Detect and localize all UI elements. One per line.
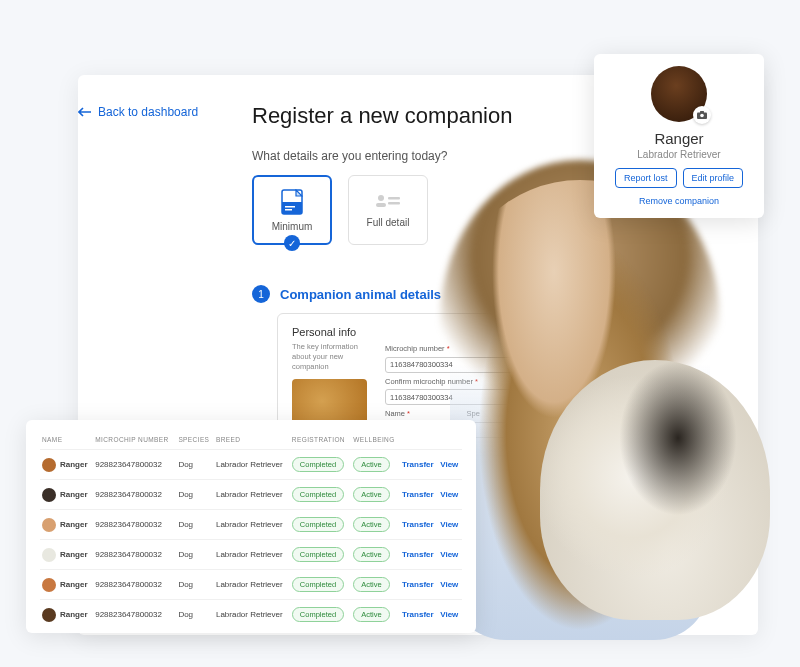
companion-table: NAME MICROCHIP NUMBER SPECIES BREED REGI… bbox=[40, 430, 462, 629]
microchip-input[interactable] bbox=[385, 357, 542, 373]
transfer-link[interactable]: Transfer bbox=[402, 460, 434, 469]
cell-wellbeing: Active bbox=[351, 510, 400, 540]
cell-chip: 928823647800032 bbox=[93, 600, 176, 630]
registration-badge: Completed bbox=[292, 487, 344, 502]
cell-registration: Completed bbox=[290, 570, 351, 600]
table-row: Ranger928823647800032DogLabrador Retriev… bbox=[40, 600, 462, 630]
svg-rect-6 bbox=[388, 197, 400, 200]
row-avatar bbox=[42, 608, 56, 622]
row-avatar bbox=[42, 488, 56, 502]
option-minimum[interactable]: Minimum ✓ bbox=[252, 175, 332, 245]
cell-breed: Labrador Retriever bbox=[214, 480, 290, 510]
option-full-label: Full detail bbox=[367, 217, 410, 228]
cell-species: Dog bbox=[176, 510, 214, 540]
edit-profile-button[interactable]: Edit profile bbox=[683, 168, 744, 188]
remove-companion-link[interactable]: Remove companion bbox=[606, 196, 752, 206]
cell-registration: Completed bbox=[290, 510, 351, 540]
personal-info-heading: Personal info bbox=[292, 326, 542, 338]
row-avatar bbox=[42, 548, 56, 562]
col-name: NAME bbox=[40, 430, 93, 450]
wellbeing-badge: Active bbox=[353, 487, 389, 502]
cell-wellbeing: Active bbox=[351, 600, 400, 630]
step-number: 1 bbox=[252, 285, 270, 303]
second-input[interactable] bbox=[467, 422, 543, 438]
registration-badge: Completed bbox=[292, 577, 344, 592]
cell-name: Ranger bbox=[40, 510, 93, 540]
confirm-microchip-label: Confirm microchip number * bbox=[385, 377, 542, 386]
step-row: 1 Companion animal details bbox=[252, 285, 724, 303]
back-link-label: Back to dashboard bbox=[98, 105, 198, 119]
cell-breed: Labrador Retriever bbox=[214, 450, 290, 480]
cell-species: Dog bbox=[176, 480, 214, 510]
confirm-microchip-input[interactable] bbox=[385, 389, 542, 405]
col-species: SPECIES bbox=[176, 430, 214, 450]
cell-registration: Completed bbox=[290, 450, 351, 480]
cell-wellbeing: Active bbox=[351, 480, 400, 510]
check-icon: ✓ bbox=[284, 235, 300, 251]
wellbeing-badge: Active bbox=[353, 457, 389, 472]
col-wellbeing: WELLBEING bbox=[351, 430, 400, 450]
cell-wellbeing: Active bbox=[351, 540, 400, 570]
back-to-dashboard-link[interactable]: Back to dashboard bbox=[78, 105, 198, 119]
view-link[interactable]: View bbox=[440, 490, 458, 499]
cell-registration: Completed bbox=[290, 480, 351, 510]
view-link[interactable]: View bbox=[440, 610, 458, 619]
option-full-detail[interactable]: Full detail bbox=[348, 175, 428, 245]
col-microchip: MICROCHIP NUMBER bbox=[93, 430, 176, 450]
cell-chip: 928823647800032 bbox=[93, 540, 176, 570]
avatar[interactable] bbox=[651, 66, 707, 122]
table-row: Ranger928823647800032DogLabrador Retriev… bbox=[40, 540, 462, 570]
wellbeing-badge: Active bbox=[353, 547, 389, 562]
cell-name: Ranger bbox=[40, 450, 93, 480]
view-link[interactable]: View bbox=[440, 580, 458, 589]
table-row: Ranger928823647800032DogLabrador Retriev… bbox=[40, 510, 462, 540]
transfer-link[interactable]: Transfer bbox=[402, 520, 434, 529]
view-link[interactable]: View bbox=[440, 550, 458, 559]
cell-name: Ranger bbox=[40, 540, 93, 570]
arrow-left-icon bbox=[78, 107, 92, 117]
registration-badge: Completed bbox=[292, 517, 344, 532]
col-registration: REGISTRATION bbox=[290, 430, 351, 450]
microchip-label: Microchip number * bbox=[385, 344, 542, 353]
option-minimum-label: Minimum bbox=[272, 221, 313, 232]
transfer-link[interactable]: Transfer bbox=[402, 550, 434, 559]
personal-info-sub: The key information about your new compa… bbox=[292, 342, 377, 371]
wellbeing-badge: Active bbox=[353, 607, 389, 622]
transfer-link[interactable]: Transfer bbox=[402, 490, 434, 499]
svg-rect-7 bbox=[388, 202, 400, 205]
registration-badge: Completed bbox=[292, 607, 344, 622]
svg-point-4 bbox=[378, 195, 384, 201]
cell-wellbeing: Active bbox=[351, 450, 400, 480]
pet-breed: Labrador Retriever bbox=[606, 149, 752, 160]
registration-badge: Completed bbox=[292, 547, 344, 562]
cell-breed: Labrador Retriever bbox=[214, 570, 290, 600]
cell-breed: Labrador Retriever bbox=[214, 510, 290, 540]
document-icon bbox=[281, 189, 303, 215]
row-avatar bbox=[42, 578, 56, 592]
cell-species: Dog bbox=[176, 570, 214, 600]
cell-chip: 928823647800032 bbox=[93, 450, 176, 480]
svg-rect-2 bbox=[285, 206, 295, 208]
cell-name: Ranger bbox=[40, 480, 93, 510]
cell-species: Dog bbox=[176, 600, 214, 630]
step-title: Companion animal details bbox=[280, 287, 441, 302]
view-link[interactable]: View bbox=[440, 460, 458, 469]
cell-wellbeing: Active bbox=[351, 570, 400, 600]
table-row: Ranger928823647800032DogLabrador Retriev… bbox=[40, 450, 462, 480]
view-link[interactable]: View bbox=[440, 520, 458, 529]
second-label: Spe bbox=[467, 409, 543, 418]
cell-name: Ranger bbox=[40, 570, 93, 600]
profile-card: Ranger Labrador Retriever Report lost Ed… bbox=[594, 54, 764, 218]
svg-rect-9 bbox=[700, 111, 704, 113]
table-row: Ranger928823647800032DogLabrador Retriev… bbox=[40, 570, 462, 600]
transfer-link[interactable]: Transfer bbox=[402, 610, 434, 619]
report-lost-button[interactable]: Report lost bbox=[615, 168, 677, 188]
wellbeing-badge: Active bbox=[353, 517, 389, 532]
cell-chip: 928823647800032 bbox=[93, 510, 176, 540]
row-avatar bbox=[42, 458, 56, 472]
cell-registration: Completed bbox=[290, 600, 351, 630]
svg-rect-1 bbox=[282, 202, 302, 214]
camera-icon[interactable] bbox=[693, 106, 711, 124]
transfer-link[interactable]: Transfer bbox=[402, 580, 434, 589]
companion-table-card: NAME MICROCHIP NUMBER SPECIES BREED REGI… bbox=[26, 420, 476, 633]
